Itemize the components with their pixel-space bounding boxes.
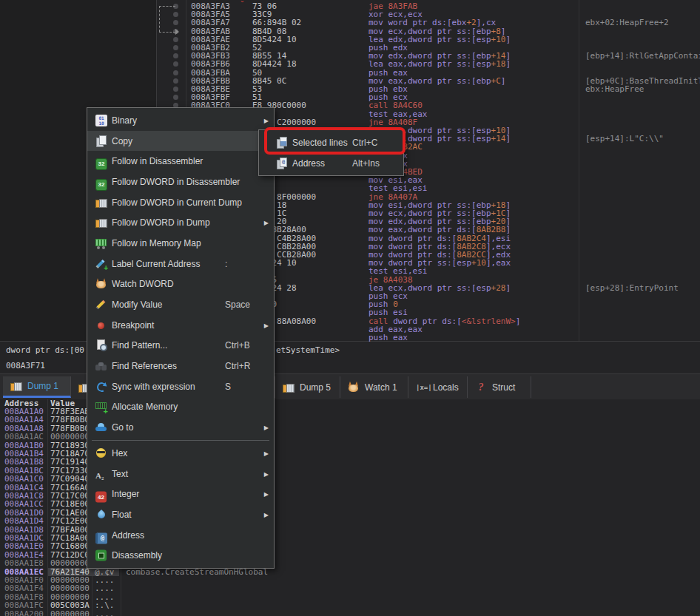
menu-item-shortcut: S — [225, 382, 231, 392]
tab-struct[interactable]: Struct — [468, 376, 531, 398]
tab-dump-1[interactable]: Dump 1 — [3, 376, 71, 398]
menu-item-label: Text — [112, 469, 128, 479]
struct-icon — [475, 382, 487, 393]
menu-item-integer[interactable]: Integer▶ — [87, 484, 274, 504]
tab-dump-5[interactable]: Dump 5 — [275, 376, 340, 398]
dump-value-cell: 00000000 — [50, 433, 90, 441]
submenu-item-address[interactable]: AddressAlt+Ins — [259, 153, 403, 174]
menu-item-label: Copy — [112, 136, 132, 146]
menu-item-label: Follow DWORD in Dump — [112, 217, 210, 228]
address-cell: 008A3FB6 — [191, 60, 230, 68]
menu-item-text[interactable]: Text▶ — [87, 464, 274, 484]
menu-item-label: Breakpoint — [112, 320, 154, 331]
breakpoint-icon — [95, 319, 107, 331]
menu-item-float[interactable]: Float▶ — [87, 504, 274, 525]
breakpoint-dot[interactable] — [173, 53, 178, 58]
dump-icon — [95, 217, 107, 229]
instruction-token: +28 — [491, 283, 506, 293]
menu-item-copy[interactable]: Copy▶ — [87, 131, 274, 152]
breakpoint-dot[interactable] — [173, 78, 178, 84]
menu-item-go-to[interactable]: Go to▶ — [87, 417, 274, 438]
instruction-token: +18 — [491, 59, 506, 69]
bytes-cell: 8D4424 18 — [252, 60, 297, 68]
menu-item-disassembly[interactable]: Disassembly — [87, 545, 274, 566]
pencil-icon — [95, 299, 107, 311]
menu-item-follow-in-disassembler[interactable]: Follow in Disassembler — [87, 151, 274, 172]
integer-icon — [95, 492, 107, 503]
menu-item-sync-with-expression[interactable]: Sync with expressionS — [87, 376, 274, 397]
hex-icon — [95, 447, 107, 459]
menu-item-follow-in-memory-map[interactable]: Follow in Memory Map — [87, 233, 274, 254]
menu-item-follow-dword-in-disassembler[interactable]: Follow DWORD in Disassembler — [87, 172, 274, 192]
menu-item-address[interactable]: Address — [87, 525, 274, 546]
menu-item-shortcut: : — [225, 259, 227, 269]
breakpoint-dot[interactable] — [173, 61, 178, 67]
menu-item-hex[interactable]: Hex▶ — [87, 443, 274, 464]
disasm-row[interactable]: 008A3FAE8D5424 10lea edx,dword ptr ss:[e… — [157, 35, 700, 44]
breakpoint-dot[interactable] — [173, 70, 178, 75]
menu-item-allocate-memory[interactable]: Allocate Memory — [87, 397, 274, 418]
dump-address-cell: 008AA200 — [4, 610, 44, 616]
dump-ascii-cell: :.\. — [95, 601, 115, 609]
menu-item-binary[interactable]: Binary▶ — [87, 110, 274, 131]
tab-label: Dump 1 — [27, 381, 58, 391]
jump-arrow-line — [159, 6, 175, 7]
menu-item-label: Find References — [112, 361, 177, 371]
breakpoint-dot[interactable] — [173, 12, 178, 17]
cpu-icon — [95, 158, 107, 170]
tab-locals[interactable]: Locals — [408, 376, 468, 398]
menu-item-label: Watch DWORD — [112, 279, 174, 289]
menu-item-label-current-address[interactable]: Label Current Address: — [87, 254, 274, 274]
annotation-highlight-box — [264, 127, 405, 155]
instruction-token: ] — [505, 283, 511, 293]
address-icon — [95, 532, 107, 544]
dump-address-cell: 008AA1AC — [4, 433, 44, 441]
dump-row[interactable]: 008AA20000000000.... — [0, 610, 700, 616]
comment-cell: ebx+02:HeapFree+2 — [585, 18, 669, 27]
menu-item-follow-dword-in-current-dump[interactable]: Follow DWORD in Current Dump — [87, 192, 274, 213]
disassembly-icon — [95, 550, 107, 561]
menu-item-breakpoint[interactable]: Breakpoint▶ — [87, 315, 274, 336]
menu-item-label: Follow in Disassembler — [112, 156, 203, 166]
menu-item-modify-value[interactable]: Modify ValueSpace — [87, 294, 274, 315]
menu-item-watch-dword[interactable]: Watch DWORD — [87, 274, 274, 295]
menu-item-find-references[interactable]: Find ReferencesCtrl+R — [87, 356, 274, 376]
dump-address-cell: 008AA1FC — [4, 601, 44, 609]
address-cell: 008A3FA7 — [191, 18, 230, 27]
float-icon — [95, 509, 107, 521]
instruction-token: ] — [505, 59, 511, 69]
instruction-token: ] — [501, 76, 506, 86]
menu-item-find-pattern[interactable]: Find Pattern...Ctrl+B — [87, 336, 274, 356]
menu-separator — [92, 440, 269, 441]
disasm-row[interactable]: 008A3FBF51push ecx — [157, 93, 700, 101]
breakpoint-dot[interactable] — [173, 37, 178, 42]
copy-address-icon — [276, 158, 288, 169]
locals-icon — [416, 382, 428, 393]
menu-item-label: Integer — [112, 489, 139, 499]
disasm-row[interactable]: 008A3FBE53push ebxebx:HeapFree — [157, 85, 700, 93]
menu-item-label: Find Pattern... — [112, 340, 167, 351]
menu-item-label: Binary — [112, 115, 137, 126]
breakpoint-dot[interactable] — [173, 87, 178, 92]
dump-value-cell: 005C003A — [50, 601, 90, 609]
submenu-arrow-icon: ▶ — [264, 220, 269, 226]
breakpoint-dot[interactable] — [173, 45, 178, 50]
menu-item-shortcut: Ctrl+B — [225, 340, 250, 351]
comment-cell: [esp+14]:L"C:\\" — [585, 135, 664, 143]
menu-item-label: Allocate Memory — [112, 402, 178, 412]
menu-item-follow-dword-in-dump[interactable]: Follow DWORD in Dump▶ — [87, 212, 274, 233]
disasm-row[interactable]: 008A3FBB8B45 0Cmov eax,dword ptr ss:[ebp… — [157, 77, 700, 85]
dump-icon — [10, 380, 22, 392]
menu-item-shortcut: Ctrl+R — [225, 361, 250, 371]
disasm-row[interactable]: 008A3FB68D4424 18lea eax,dword ptr ss:[e… — [157, 60, 700, 68]
dump-value-cell: 00000000 — [50, 559, 90, 567]
tab-watch-1[interactable]: Watch 1 — [340, 376, 408, 398]
comment-cell: [esp+28]:EntryPoint — [585, 284, 679, 292]
dump-value-cell: 00000000 — [50, 610, 90, 616]
dump-address-cell: 008AA1E8 — [4, 559, 44, 567]
disasm-row[interactable]: 008A3FA3ˇ73 06jae 8A3FAB — [157, 2, 700, 10]
breakpoint-dot[interactable] — [173, 20, 178, 25]
breakpoint-dot[interactable] — [173, 95, 178, 100]
dump-row[interactable]: 008AA1FC005C003A:.\. — [0, 601, 700, 609]
jump-arrow-line — [159, 32, 175, 33]
